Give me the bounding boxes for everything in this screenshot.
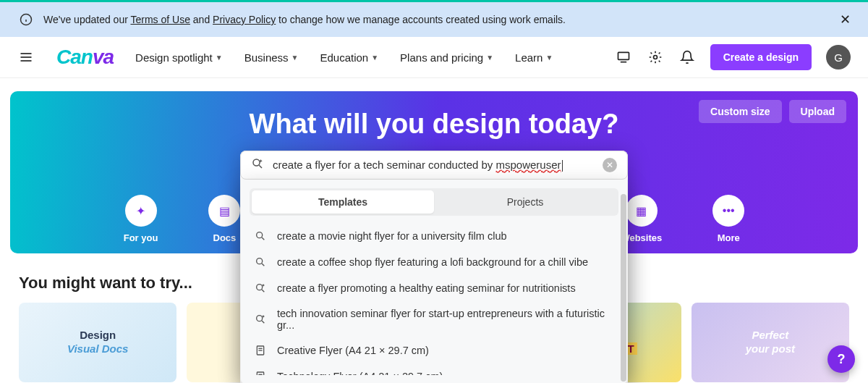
search-icon xyxy=(254,256,267,269)
avatar[interactable]: G xyxy=(826,45,851,70)
globe-icon: ▦ xyxy=(636,204,647,218)
suggestion-item[interactable]: Technology Flyer (A4 21 × 29.7 cm) xyxy=(250,363,618,375)
gear-icon[interactable] xyxy=(647,49,664,66)
chevron-down-icon: ▼ xyxy=(371,54,378,62)
svg-point-11 xyxy=(257,232,263,238)
svg-point-13 xyxy=(257,258,263,264)
search-container: create a flyer for a tech seminar conduc… xyxy=(240,151,628,383)
suggestion-item[interactable]: tech innovation seminar flyer for start-… xyxy=(250,301,618,337)
tab-templates[interactable]: Templates xyxy=(252,190,434,214)
help-fab[interactable]: ? xyxy=(827,345,855,373)
svg-line-18 xyxy=(262,321,264,323)
hero-banner: Custom size Upload What will you design … xyxy=(10,91,858,253)
display-icon[interactable] xyxy=(615,49,632,66)
nav-education[interactable]: Education▼ xyxy=(320,51,378,64)
suggestion-item[interactable]: create a coffee shop flyer featuring a l… xyxy=(250,249,618,275)
svg-line-12 xyxy=(262,237,264,240)
bell-icon[interactable] xyxy=(678,49,696,66)
nav-business[interactable]: Business▼ xyxy=(244,51,299,64)
search-dropdown: Templates Projects create a movie night … xyxy=(240,180,628,383)
terms-link[interactable]: Terms of Use xyxy=(130,14,190,25)
svg-line-14 xyxy=(262,264,264,266)
svg-point-15 xyxy=(257,285,263,290)
svg-point-17 xyxy=(257,316,263,321)
search-icon xyxy=(254,230,267,243)
suggestion-item[interactable]: Creative Flyer (A4 21 × 29.7 cm) xyxy=(250,337,618,363)
sparkle-icon: ✦ xyxy=(136,204,145,218)
upload-button[interactable]: Upload xyxy=(789,100,846,123)
nav-links: Design spotlight▼ Business▼ Education▼ P… xyxy=(135,51,553,64)
suggestion-item[interactable]: create a flyer promoting a healthy eatin… xyxy=(250,275,618,301)
dots-icon: ••• xyxy=(723,204,735,217)
suggestion-text: create a movie night flyer for a univers… xyxy=(277,230,507,242)
sparkle-icon xyxy=(254,282,267,295)
create-design-button[interactable]: Create a design xyxy=(710,44,812,70)
card-doc[interactable]: DesignVisual Docs xyxy=(19,303,176,382)
svg-rect-6 xyxy=(618,52,629,59)
clear-search-icon[interactable]: ✕ xyxy=(603,158,617,172)
svg-point-9 xyxy=(253,159,260,166)
close-icon[interactable]: ✕ xyxy=(840,13,851,26)
sparkle-icon xyxy=(254,313,267,326)
suggestion-text: Creative Flyer (A4 21 × 29.7 cm) xyxy=(277,345,429,356)
svg-line-16 xyxy=(262,290,264,292)
doc-icon: ▤ xyxy=(219,204,230,218)
nav-design-spotlight[interactable]: Design spotlight▼ xyxy=(135,51,223,64)
doc-icon xyxy=(254,344,267,357)
search-input[interactable]: create a flyer for a tech seminar conduc… xyxy=(273,159,594,172)
nav-learn[interactable]: Learn▼ xyxy=(515,51,553,64)
custom-size-button[interactable]: Custom size xyxy=(699,100,781,123)
card-post-2[interactable]: Perfectyour post xyxy=(692,303,849,382)
scrollbar[interactable] xyxy=(621,194,626,382)
chevron-down-icon: ▼ xyxy=(486,54,493,62)
chevron-down-icon: ▼ xyxy=(216,54,223,62)
suggestion-text: tech innovation seminar flyer for start-… xyxy=(277,308,614,331)
magic-search-icon xyxy=(251,157,264,173)
search-bar[interactable]: create a flyer for a tech seminar conduc… xyxy=(240,151,628,180)
svg-point-8 xyxy=(653,56,657,59)
pill-more[interactable]: ••• More xyxy=(712,195,744,243)
top-navbar: Canva Design spotlight▼ Business▼ Educat… xyxy=(0,37,868,78)
canva-logo[interactable]: Canva xyxy=(56,46,114,69)
menu-icon[interactable] xyxy=(17,49,35,66)
privacy-link[interactable]: Privacy Policy xyxy=(213,14,276,25)
nav-plans[interactable]: Plans and pricing▼ xyxy=(400,51,493,64)
svg-line-10 xyxy=(259,165,262,168)
suggestions-list: create a movie night flyer for a univers… xyxy=(250,223,618,375)
banner-text: We've updated our Terms of Use and Priva… xyxy=(43,14,566,25)
pill-for-you[interactable]: ✦ For you xyxy=(124,195,158,243)
tab-projects[interactable]: Projects xyxy=(434,190,616,214)
announcement-banner: We've updated our Terms of Use and Priva… xyxy=(0,2,868,37)
suggestion-text: Technology Flyer (A4 21 × 29.7 cm) xyxy=(277,371,443,375)
info-icon xyxy=(17,11,35,28)
suggestion-text: create a flyer promoting a healthy eatin… xyxy=(277,282,576,294)
chevron-down-icon: ▼ xyxy=(545,54,553,62)
suggestion-item[interactable]: create a movie night flyer for a univers… xyxy=(250,223,618,249)
chevron-down-icon: ▼ xyxy=(292,54,299,62)
doc-icon xyxy=(254,370,267,375)
search-tabs: Templates Projects xyxy=(250,188,618,216)
suggestion-text: create a coffee shop flyer featuring a l… xyxy=(277,256,588,268)
pill-docs[interactable]: ▤ Docs xyxy=(208,195,240,243)
